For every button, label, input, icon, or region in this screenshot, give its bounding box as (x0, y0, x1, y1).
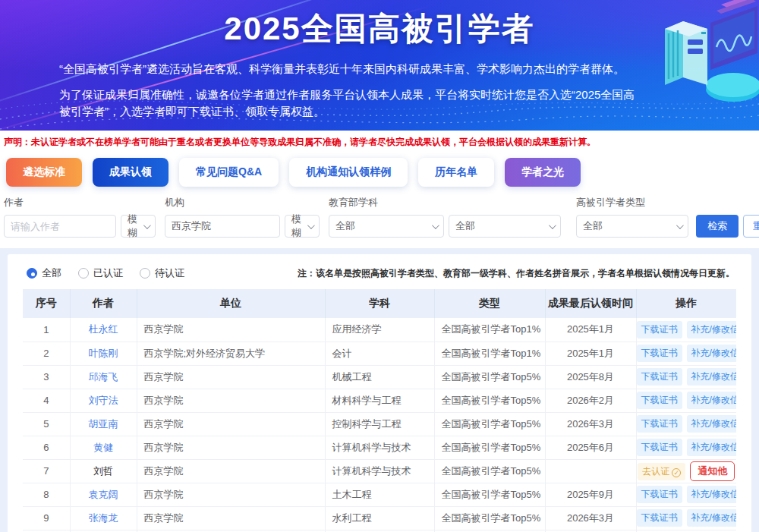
author-name-link[interactable]: 胡亚南 (89, 418, 118, 430)
chevron-down-icon (143, 222, 151, 229)
cell-type: 全国高被引学者Top5% (434, 389, 545, 412)
author-filter-group: 作者 模糊 (4, 196, 156, 238)
cell-index: 2 (23, 342, 70, 365)
cell-subject: 会计 (325, 342, 434, 365)
cell-author: 刘哲 (70, 459, 137, 483)
notify-button[interactable]: 通知他 (690, 461, 735, 481)
go-certify-button[interactable]: 去认证✓ (638, 463, 685, 480)
download-certificate-button[interactable]: 下载证书 (637, 392, 682, 409)
subject-level2-select[interactable]: 全部 (449, 215, 561, 238)
scholar-type-label: 高被引学者类型 (576, 196, 759, 209)
author-name-link[interactable]: 叶陈刚 (89, 348, 118, 359)
nav-button-5[interactable]: 历年名单 (418, 158, 494, 187)
download-certificate-button[interactable]: 下载证书 (637, 368, 682, 386)
cell-claim-date: 2025年9月 (545, 483, 636, 506)
certify-check-icon: ✓ (672, 468, 681, 477)
download-certificate-button[interactable]: 下载证书 (637, 345, 682, 362)
cell-actions: 下载证书补充/修改信息 (636, 318, 736, 342)
chevron-down-icon (432, 222, 439, 229)
cell-claim-date: 2026年3月 (545, 506, 636, 530)
author-name-link[interactable]: 黄健 (93, 442, 113, 453)
radio-option-3[interactable]: 待认证 (140, 266, 184, 280)
cell-claim-date: 2025年1月 (545, 342, 636, 365)
scholar-type-select[interactable]: 全部 (576, 215, 688, 238)
banner-paragraph-2: 为了保证成果归属准确性，诚邀各位学者通过作者服务平台认领本人成果，平台将实时统计… (59, 87, 645, 120)
org-label: 机构 (165, 196, 320, 209)
edit-info-button[interactable]: 补充/修改信息 (687, 415, 737, 433)
cell-claim-date: 2025年8月 (545, 365, 636, 389)
cell-author: 叶陈刚 (70, 342, 137, 365)
nav-button-4[interactable]: 机构通知认领样例 (289, 158, 408, 187)
edit-info-button[interactable]: 补充/修改信息 (687, 509, 737, 527)
author-label: 作者 (4, 196, 156, 209)
table-row: 8袁克阔西京学院土木工程全国高被引学者Top5%2025年9月下载证书补充/修改… (23, 483, 736, 506)
author-name-link[interactable]: 张海龙 (89, 512, 118, 524)
cell-type: 全国高被引学者Top5% (434, 412, 545, 436)
edit-info-button[interactable]: 补充/修改信息 (687, 321, 737, 338)
edit-info-button[interactable]: 补充/修改信息 (687, 439, 737, 456)
cell-type: 全国高被引学者Top5% (434, 506, 545, 530)
edit-info-button[interactable]: 补充/修改信息 (687, 368, 737, 386)
column-header-6: 成果最后认领时间 (545, 289, 636, 318)
edit-info-button[interactable]: 补充/修改信息 (687, 392, 737, 409)
cell-index: 5 (23, 412, 70, 436)
author-match-mode-value: 模糊 (128, 212, 139, 240)
cell-subject: 机械工程 (325, 365, 434, 389)
table-row: 5胡亚南西京学院控制科学与工程全国高被引学者Top5%2026年3月下载证书补充… (23, 412, 736, 436)
nav-button-3[interactable]: 常见问题Q&A (179, 158, 279, 187)
column-header-4: 学科 (325, 289, 434, 318)
cell-claim-date: 2025年1月 (545, 318, 636, 342)
author-name-link[interactable]: 杜永红 (89, 323, 118, 335)
download-certificate-button[interactable]: 下载证书 (637, 509, 682, 527)
radio-label: 待认证 (155, 266, 184, 280)
cell-subject: 控制科学与工程 (325, 412, 434, 436)
radio-unselected-icon (78, 268, 89, 279)
reset-button[interactable]: 重置 (743, 215, 759, 238)
edit-info-button[interactable]: 补充/修改信息 (687, 345, 737, 362)
table-row: 3邱海飞西京学院机械工程全国高被引学者Top5%2025年8月下载证书补充/修改… (23, 365, 736, 389)
cell-actions: 下载证书补充/修改信息 (636, 412, 736, 436)
scholar-table: 序号作者单位学科类型成果最后认领时间操作 1杜永红西京学院应用经济学全国高被引学… (23, 289, 736, 532)
table-row: 2叶陈刚西京学院;对外经济贸易大学会计全国高被引学者Top1%2025年1月下载… (23, 342, 736, 365)
column-header-3: 单位 (137, 289, 325, 318)
search-button[interactable]: 检索 (696, 215, 739, 238)
author-name-link[interactable]: 袁克阔 (89, 489, 118, 500)
download-certificate-button[interactable]: 下载证书 (637, 486, 682, 503)
author-name-link[interactable]: 刘守法 (89, 395, 118, 406)
nav-button-2[interactable]: 成果认领 (93, 158, 168, 187)
edit-info-button[interactable]: 补充/修改信息 (687, 486, 737, 503)
download-certificate-button[interactable]: 下载证书 (637, 439, 682, 456)
cell-actions: 下载证书补充/修改信息 (636, 436, 736, 459)
radio-option-1[interactable]: 全部 (27, 266, 61, 280)
table-header-row: 序号作者单位学科类型成果最后认领时间操作 (23, 289, 736, 318)
cell-subject: 土木工程 (325, 483, 434, 506)
org-input[interactable] (165, 215, 280, 238)
cell-actions: 下载证书补充/修改信息 (636, 389, 736, 412)
subject-level1-select[interactable]: 全部 (329, 215, 444, 238)
scholar-list-card: 全部已认证待认证 注：该名单是按照高被引学者类型、教育部一级学科、作者姓名拼音展… (8, 254, 751, 532)
author-match-mode-select[interactable]: 模糊 (121, 215, 156, 238)
download-certificate-button[interactable]: 下载证书 (637, 321, 682, 338)
nav-button-row: 遴选标准成果认领常见问题Q&A机构通知认领样例历年名单学者之光 (0, 153, 759, 193)
nav-button-1[interactable]: 遴选标准 (6, 158, 82, 187)
org-match-mode-select[interactable]: 模糊 (285, 215, 320, 238)
filter-bar: 作者 模糊 机构 模糊 教育部学科 全部 全部 (0, 193, 759, 248)
cell-claim-date: 2025年6月 (545, 436, 636, 459)
list-section: 全部已认证待认证 注：该名单是按照高被引学者类型、教育部一级学科、作者姓名拼音展… (0, 248, 759, 532)
chevron-down-icon (676, 222, 684, 229)
nav-button-6[interactable]: 学者之光 (505, 158, 581, 187)
table-row: 7刘哲西京学院计算机科学与技术全国高被引学者Top5%去认证✓通知他 (23, 459, 736, 483)
org-match-mode-value: 模糊 (291, 212, 303, 240)
chevron-down-icon (307, 222, 315, 229)
cell-org: 西京学院 (137, 365, 325, 389)
type-filter-group: 高被引学者类型 全部 检索 重置 (576, 196, 759, 238)
radio-option-2[interactable]: 已认证 (78, 266, 123, 280)
cell-author: 袁克阔 (70, 483, 137, 506)
download-certificate-button[interactable]: 下载证书 (637, 415, 682, 433)
banner: 2025全国高被引学者 “全国高被引学者”遴选活动旨在客观、科学衡量并表彰近十年… (0, 0, 759, 131)
cell-subject: 计算机科学与技术 (325, 436, 434, 459)
cell-actions: 下载证书补充/修改信息 (636, 365, 736, 389)
author-name-link[interactable]: 邱海飞 (89, 371, 118, 382)
subject-level1-value: 全部 (335, 219, 355, 233)
author-input[interactable] (4, 215, 116, 238)
